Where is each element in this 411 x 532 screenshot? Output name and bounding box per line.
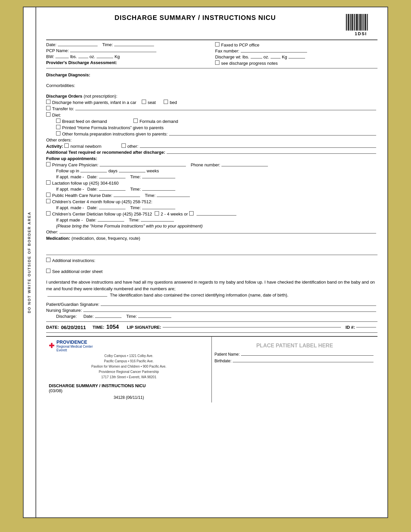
discharge-date-field[interactable] <box>95 317 122 318</box>
patient-name-label: Patient Name: <box>214 352 240 357</box>
id-label: ID #: <box>346 325 355 330</box>
transfer-field[interactable] <box>75 110 376 110</box>
medication-row: Medication: (medication, dose, frequency… <box>46 236 377 241</box>
form-title-area: DISCHARGE SUMMARY / INSTRUCTIONS NICU (0… <box>49 383 209 393</box>
printed-checkbox[interactable] <box>56 125 60 129</box>
dietician-label: Children’s Center Dietician follow up (4… <box>52 212 152 217</box>
footer-left: ✚ PROVIDENCE Regional Medical Center Eve… <box>46 337 212 402</box>
faxed-checkbox[interactable] <box>215 42 219 46</box>
birthdate-field[interactable] <box>233 362 373 362</box>
dietician-row: Children’s Center Dietician follow up (4… <box>46 211 377 217</box>
follow-up-days-field[interactable] <box>80 172 107 172</box>
dw-oz-field[interactable] <box>271 58 281 58</box>
childrens-center-checkbox[interactable] <box>46 199 50 203</box>
discharge-diagnosis-row: Discharge Diagnosis: <box>46 72 377 77</box>
bw-lbs-field[interactable] <box>55 58 69 58</box>
bed-checkbox[interactable] <box>164 100 168 104</box>
dietician-other-field[interactable] <box>197 215 236 216</box>
bw-oz-field[interactable] <box>78 58 88 58</box>
dw-kg-field[interactable] <box>288 58 305 58</box>
formula-label: Formula on demand <box>139 119 178 124</box>
providence-logo: ✚ PROVIDENCE Regional Medical Center Eve… <box>49 339 209 352</box>
time-field[interactable] <box>114 46 154 46</box>
id-field[interactable] <box>356 327 376 327</box>
patient-name-field[interactable] <box>241 355 373 356</box>
other-formula-checkbox[interactable] <box>56 131 60 135</box>
dietician-date-field[interactable] <box>98 221 124 222</box>
discharge-wt-row: Discharge wt: lbs. oz. Kg <box>215 54 377 59</box>
diet-checkbox[interactable] <box>46 112 50 117</box>
normal-newborn-checkbox[interactable] <box>64 143 69 148</box>
dw-kg-label: Kg <box>282 54 287 59</box>
primary-care-row: Primary Care Physician: Phone number: <box>46 162 377 167</box>
consent-id-field[interactable] <box>47 296 107 297</box>
date-bar-date-label: DATE: <box>46 325 59 330</box>
lip-sig-field[interactable] <box>163 327 341 327</box>
discharge-sig-row: Discharge: Date: Time: <box>56 314 377 319</box>
date-field[interactable] <box>58 46 98 46</box>
barcode-area: 1DSI <box>344 14 377 36</box>
appt-date-label: Date: <box>87 174 98 179</box>
public-health-checkbox[interactable] <box>46 193 50 197</box>
fax-number-field[interactable] <box>241 52 307 52</box>
medication-field-area[interactable] <box>46 242 377 255</box>
follow-up-weeks-field[interactable] <box>119 172 145 172</box>
place-patient-label: PLACE PATIENT LABEL HERE <box>214 339 375 352</box>
discharge-home-checkbox[interactable] <box>46 100 50 104</box>
faxed-label: Faxed to PCP office <box>221 43 259 47</box>
footer-right: PLACE PATIENT LABEL HERE Patient Name: B… <box>212 337 377 402</box>
printed-label: Printed “Home Formula Instructions” give… <box>62 125 164 130</box>
date-bar-time-label: TIME: <box>93 325 104 330</box>
dietician-time-field[interactable] <box>141 221 174 222</box>
time-label: Time: <box>102 42 113 47</box>
bw-kg-label: Kg <box>115 54 120 59</box>
breast-feed-checkbox[interactable] <box>56 119 60 123</box>
other-formula-label: Other formula preparation instructions g… <box>62 132 168 136</box>
patient-sig-field[interactable] <box>101 306 376 306</box>
childrens-time-field[interactable] <box>142 209 175 209</box>
follow-up-title: Follow up appointments: <box>46 156 97 161</box>
other-formula-field[interactable] <box>169 135 376 135</box>
see-discharge-row: see discharge progress notes <box>215 60 377 66</box>
public-health-date-field[interactable] <box>114 197 140 197</box>
dw-lbs-field[interactable] <box>251 58 262 58</box>
seat-checkbox[interactable] <box>142 100 146 104</box>
lactation-date-field[interactable] <box>99 190 125 191</box>
nursing-sig-field[interactable] <box>83 311 376 312</box>
side-border: DO NOT WRITE OUTSIDE OF BORDER AREA <box>24 7 36 517</box>
dietician-checkbox[interactable] <box>46 211 50 216</box>
other-activity-field[interactable] <box>140 147 376 148</box>
see-discharge-checkbox[interactable] <box>215 60 219 65</box>
patient-fields: Patient Name: Birthdate: <box>214 352 375 363</box>
additional-test-field[interactable] <box>167 153 376 154</box>
primary-care-checkbox[interactable] <box>46 162 50 166</box>
see-additional-checkbox[interactable] <box>46 269 50 273</box>
dietician-weeks-checkbox[interactable] <box>155 211 159 216</box>
barcode-label: 1DSI <box>355 31 367 36</box>
activity-row: Activity: normal newborn other: <box>46 143 377 149</box>
transfer-label: Transfer to: <box>52 106 74 111</box>
public-health-label: Public Health Care Nurse Date: <box>52 193 112 198</box>
dietician-or-checkbox[interactable] <box>189 211 194 216</box>
other-activity-checkbox[interactable] <box>122 143 126 148</box>
discharge-time-field[interactable] <box>138 317 171 318</box>
pcp-field[interactable] <box>70 52 156 52</box>
appt-time-field[interactable] <box>142 178 175 178</box>
discharge-orders-title: Discharge Orders <box>46 94 82 99</box>
lactation-time-field[interactable] <box>142 190 175 191</box>
public-health-time-field[interactable] <box>157 197 190 197</box>
transfer-checkbox[interactable] <box>46 106 50 110</box>
addr-4: Providence Regional Cancer Partnership <box>99 370 159 374</box>
phone-field[interactable] <box>221 166 268 166</box>
pcp-label: PCP Name: <box>46 48 69 53</box>
lactation-checkbox[interactable] <box>46 180 50 185</box>
formula-checkbox[interactable] <box>133 119 138 123</box>
other-follow-field[interactable] <box>59 233 376 233</box>
bw-kg-field[interactable] <box>97 58 113 58</box>
form-number: 34128 (06/11/11) <box>49 395 209 400</box>
primary-care-field[interactable] <box>100 166 186 166</box>
additional-instructions-checkbox[interactable] <box>46 258 50 262</box>
public-health-row: Public Health Care Nurse Date: Time: <box>46 193 377 198</box>
appt-date-field[interactable] <box>99 178 125 178</box>
childrens-date-field[interactable] <box>99 209 125 209</box>
